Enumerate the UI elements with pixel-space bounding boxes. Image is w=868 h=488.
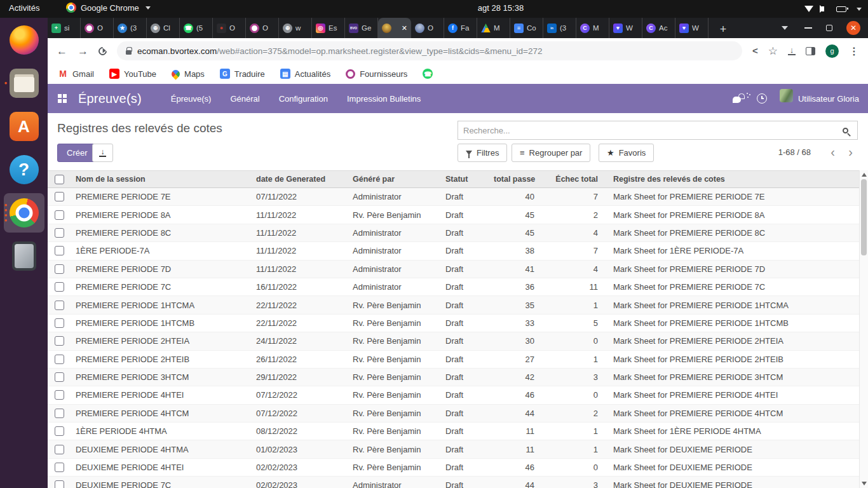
bookmark-item[interactable]: G Traduire xyxy=(220,69,265,79)
table-row[interactable]: PREMIERE PERIODE 7D 11/11/2022 Administr… xyxy=(48,261,859,278)
column-header-total-fail[interactable]: Échec total xyxy=(541,175,604,184)
scroll-down-arrow[interactable] xyxy=(862,482,867,485)
filters-button[interactable]: Filtres xyxy=(458,144,507,162)
dock-item-files[interactable]: ● xyxy=(4,64,44,103)
vertical-scrollbar[interactable] xyxy=(859,170,868,488)
minimize-button[interactable] xyxy=(804,27,812,29)
share-icon[interactable] xyxy=(752,45,758,57)
scrollbar-thumb[interactable] xyxy=(861,179,867,255)
browser-tab[interactable]: ● O xyxy=(213,18,246,38)
table-row[interactable]: PREMIERE PERIODE 1HTCMA 22/11/2022 Rv. P… xyxy=(48,296,859,314)
bookmark-item[interactable]: ▶ YouTube xyxy=(109,69,156,79)
system-clock[interactable]: agt 28 15:38 xyxy=(453,3,548,13)
bookmark-item[interactable]: Maps xyxy=(172,69,205,79)
row-checkbox[interactable] xyxy=(48,409,71,418)
dock-item-firefox[interactable] xyxy=(4,20,44,60)
column-header-generated-by[interactable]: Généré par xyxy=(349,175,442,184)
activities-menu[interactable]: Activités xyxy=(9,3,39,13)
browser-tab[interactable]: O xyxy=(246,18,279,38)
row-checkbox[interactable] xyxy=(48,372,71,382)
browser-tab[interactable]: ☎ (5 xyxy=(180,18,213,38)
row-checkbox[interactable] xyxy=(48,210,71,220)
pager-previous-button[interactable]: ‹ xyxy=(831,144,835,160)
table-row[interactable]: PREMIERE PERIODE 7E 07/11/2022 Administr… xyxy=(48,188,859,206)
table-row[interactable]: DEUXIEME PERIODE 4HTMA 01/02/2023 Rv. Pè… xyxy=(48,440,859,458)
reload-button[interactable] xyxy=(97,45,108,57)
side-panel-icon[interactable] xyxy=(806,47,815,55)
browser-tab[interactable]: M xyxy=(477,18,510,38)
bookmark-item[interactable]: ☎ xyxy=(423,69,437,79)
table-row[interactable]: DEUXIEME PERIODE 7C 02/02/2023 Administr… xyxy=(48,477,859,488)
scroll-up-arrow[interactable] xyxy=(862,173,867,177)
table-row[interactable]: PREMIERE PERIODE 1HTCMB 22/11/2022 Rv. P… xyxy=(48,315,859,332)
dock-item-help[interactable] xyxy=(4,150,44,189)
navbar-menu-item[interactable]: Général xyxy=(230,94,259,104)
table-row[interactable]: PREMIERE PERIODE 3HTCM 29/11/2022 Rv. Pè… xyxy=(48,369,859,386)
column-header-name[interactable]: Nom de la session xyxy=(71,175,252,184)
user-name[interactable]: Utilisateur Gloria xyxy=(798,94,859,104)
dock-item-chrome[interactable]: ● ● ● ● xyxy=(4,193,44,233)
row-checkbox[interactable] xyxy=(48,463,71,472)
browser-tab[interactable]: ✕ xyxy=(378,18,411,38)
table-row[interactable]: PREMIERE PERIODE 8A 11/11/2022 Rv. Père … xyxy=(48,206,859,224)
row-checkbox[interactable] xyxy=(48,282,71,292)
row-checkbox[interactable] xyxy=(48,445,71,454)
browser-tab[interactable]: ♥ W xyxy=(609,18,642,38)
browser-tab[interactable]: C Ac xyxy=(642,18,675,38)
table-row[interactable]: PREMIERE PERIODE 7C 16/11/2022 Administr… xyxy=(48,278,859,296)
tab-search-chevron-icon[interactable] xyxy=(782,26,788,30)
window-close-button[interactable] xyxy=(846,21,860,35)
app-menu[interactable]: Google Chrome xyxy=(66,3,151,13)
dock-item-screen[interactable] xyxy=(4,236,44,276)
system-tray[interactable] xyxy=(804,0,862,18)
table-row[interactable]: PREMIERE PERIODE 2HTEIA 24/11/2022 Rv. P… xyxy=(48,332,859,350)
column-header-total-pass[interactable]: total passe xyxy=(490,175,541,184)
column-header-register[interactable]: Registre des relevés de cotes xyxy=(604,175,859,184)
restore-button[interactable] xyxy=(826,25,832,31)
messages-icon[interactable] xyxy=(733,95,744,103)
new-tab-button[interactable] xyxy=(714,20,733,38)
apps-grid-icon[interactable] xyxy=(58,94,62,98)
search-input[interactable] xyxy=(458,126,843,135)
bookmark-item[interactable]: ▤ Actualités xyxy=(280,69,330,79)
select-all-checkbox[interactable] xyxy=(48,175,71,184)
browser-tab[interactable]: + si xyxy=(48,18,81,38)
row-checkbox[interactable] xyxy=(48,390,71,400)
row-checkbox[interactable] xyxy=(48,192,71,201)
activity-clock-icon[interactable] xyxy=(757,93,767,104)
table-row[interactable]: 1ÈRE PERIODE-7A 11/11/2022 Administrator… xyxy=(48,242,859,260)
bookmark-item[interactable]: M Gmail xyxy=(58,69,94,79)
group-by-button[interactable]: ≡Regrouper par xyxy=(512,144,590,162)
close-icon[interactable]: ✕ xyxy=(402,24,407,32)
back-button[interactable]: ← xyxy=(57,46,67,57)
column-header-date[interactable]: date de Generated xyxy=(252,175,349,184)
row-checkbox[interactable] xyxy=(48,426,71,436)
navbar-menu-item[interactable]: Épreuve(s) xyxy=(171,94,212,104)
export-button[interactable] xyxy=(92,144,113,162)
navbar-menu-item[interactable]: Impression Bulletins xyxy=(347,94,421,104)
table-row[interactable]: PREMIERE PERIODE 4HTEI 07/12/2022 Rv. Pè… xyxy=(48,386,859,404)
browser-menu-icon[interactable] xyxy=(849,45,859,57)
browser-tab[interactable]: ≡ Co xyxy=(510,18,543,38)
browser-tab[interactable]: O xyxy=(411,18,444,38)
table-row[interactable]: 1ÈRE PERIODE 4HTMA 08/12/2022 Rv. Père B… xyxy=(48,423,859,440)
table-row[interactable]: PREMIERE PERIODE 2HTEIB 26/11/2022 Rv. P… xyxy=(48,351,859,369)
row-checkbox[interactable] xyxy=(48,318,71,328)
row-checkbox[interactable] xyxy=(48,355,71,364)
profile-avatar[interactable]: g xyxy=(825,44,839,58)
browser-tab[interactable]: O xyxy=(81,18,114,38)
downloads-icon[interactable] xyxy=(788,46,796,55)
navbar-menu-item[interactable]: Configuration xyxy=(279,94,328,104)
address-bar[interactable]: ecoman.bvortex.com/web#action=375&model=… xyxy=(117,41,742,60)
browser-tab[interactable]: in (3 xyxy=(543,18,576,38)
bookmark-item[interactable]: Fournisseurs xyxy=(346,69,407,79)
row-checkbox[interactable] xyxy=(48,228,71,238)
dock-item-ubuntu-software[interactable] xyxy=(4,107,44,146)
column-header-status[interactable]: Statut xyxy=(442,175,490,184)
browser-tab[interactable]: ◎ Es xyxy=(312,18,345,38)
browser-tab[interactable]: ⊕ w xyxy=(279,18,312,38)
row-checkbox[interactable] xyxy=(48,480,71,488)
row-checkbox[interactable] xyxy=(48,301,71,310)
table-row[interactable]: PREMIERE PERIODE 8C 11/11/2022 Administr… xyxy=(48,224,859,242)
table-row[interactable]: PREMIERE PERIODE 4HTCM 07/12/2022 Rv. Pè… xyxy=(48,405,859,423)
